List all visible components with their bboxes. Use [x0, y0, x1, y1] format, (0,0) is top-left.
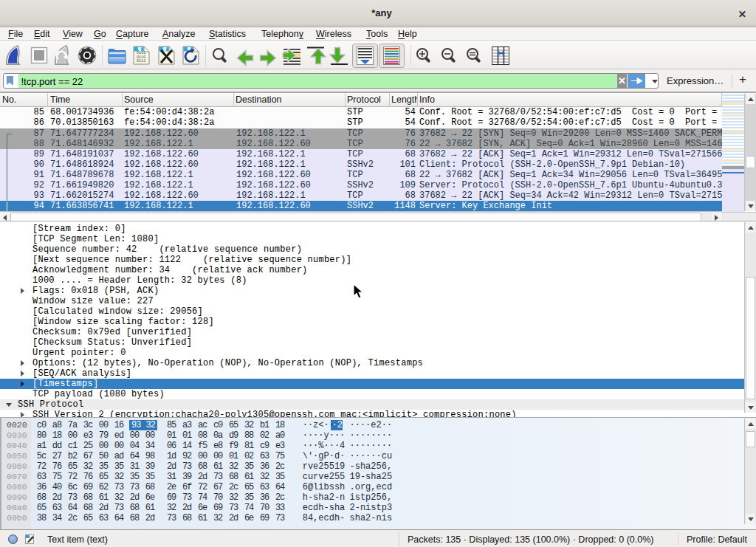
svg-text:0111: 0111 [137, 59, 145, 63]
